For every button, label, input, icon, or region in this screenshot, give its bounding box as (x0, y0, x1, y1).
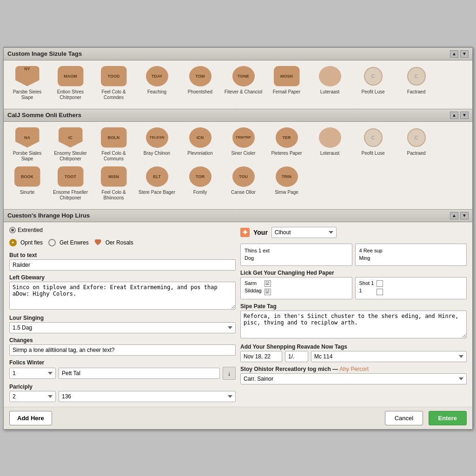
left-gbewary-textarea[interactable]: Sinco on tiplove and Exfore: Ereat Extra… (9, 282, 236, 310)
chk-col-labels-right: Shot 1 1 (359, 280, 374, 293)
mc-select[interactable]: Mc 114 (311, 351, 467, 362)
pariciply-select1[interactable]: 2 (9, 391, 56, 402)
folics-winter-row: 1 ↓ (9, 367, 236, 380)
cell2-line2: Ming (359, 254, 463, 262)
tag-label: Simw Page (275, 190, 298, 195)
enter-button[interactable]: Entere (429, 411, 467, 425)
tag-item[interactable]: TOU Canse Ollor (224, 165, 263, 201)
pariciply-row: 2 136 (9, 391, 236, 402)
shot1-val-checkbox[interactable] (377, 289, 383, 295)
tag-item[interactable]: MOSH Femail Paper (267, 65, 306, 100)
section2-expand-btn[interactable]: ▼ (460, 112, 469, 119)
silddag-label: Silddag (245, 288, 262, 293)
radio-opnt[interactable]: ✦ Opnt fies (9, 239, 43, 246)
section1-collapse-btn[interactable]: ▲ (450, 50, 458, 58)
but-to-text-input[interactable] (9, 259, 236, 271)
tag-label: Femail Paper (273, 89, 300, 95)
tag-item[interactable]: IC Ensomy Steuler Chitrponer (51, 126, 90, 162)
badge-shape: TRMTRP (232, 127, 255, 148)
your-row: ✚ Your Clhout (240, 227, 467, 238)
pariciply-select2[interactable]: 136 (59, 391, 236, 402)
small-c-shape: C (364, 128, 383, 147)
tag-item[interactable]: BOOK Sinurte (7, 165, 47, 201)
tag-item[interactable]: C Peofit Luse (353, 65, 393, 100)
tag-item[interactable]: MAOM Ention Shres Chitrponer (51, 65, 90, 100)
small-c-shape: C (407, 128, 426, 147)
add-here-button[interactable]: Add Here (9, 411, 52, 425)
tag-label: Feel Colo & Comndes (94, 89, 133, 100)
tag-item[interactable]: TRMTRP Siner Cioler (224, 126, 263, 162)
pariciply-label: Pariciply (9, 383, 236, 390)
radio-icon-opnt: ✦ (9, 239, 17, 246)
tag-item[interactable]: TDAY Feaching (137, 65, 177, 100)
shot1-label: Shot 1 (359, 280, 374, 286)
tag-label: Fitever & Chanciol (225, 89, 263, 95)
radio-extrentied[interactable]: Extrentied (9, 227, 43, 233)
section2-controls: ▲ ▼ (450, 112, 469, 119)
section2-collapse-btn[interactable]: ▲ (450, 112, 458, 119)
badge-shape: TER (276, 127, 298, 148)
section3-collapse-btn[interactable]: ▲ (450, 212, 458, 219)
tag-item[interactable]: ELT Stere Pace Bager (137, 165, 177, 201)
stoy-label-text: Stoy Ohistor Rerceatlory tog mich (240, 366, 331, 372)
right-column: ✚ Your Clhout Thins 1 ext Dog 4 Ree sup … (240, 227, 467, 402)
tag-item[interactable]: MISN Feel Colo & Bhiinoons (94, 165, 133, 201)
radio-circle-extrentied (9, 227, 16, 233)
folics-winter-input[interactable] (59, 368, 220, 379)
folics-winter-select1[interactable]: 1 (9, 368, 56, 379)
sipe-label: Sipe Pate Tag (240, 303, 467, 310)
pariciply-group: Pariciply 2 136 (9, 383, 236, 402)
section3-form: Extrentied ✦ Opnt fies Get Enwres (4, 222, 472, 407)
lick-cell-left: Sarm Silddag ☑ ☑ (240, 277, 352, 299)
tag-item[interactable]: NA Porsbe Siales Siape (7, 126, 47, 162)
tag-item[interactable]: TOR Fomlly (180, 165, 220, 201)
sort-button[interactable]: ↓ (223, 367, 236, 380)
tag-item[interactable]: NY Parsbe Sieies Siape (7, 65, 47, 100)
section3-expand-btn[interactable]: ▼ (460, 212, 469, 219)
tag-item[interactable]: TONE Fitever & Chanciol (224, 65, 263, 100)
silddag-checkbox[interactable]: ☑ (264, 289, 271, 295)
date-input[interactable] (240, 351, 282, 362)
tag-item[interactable]: TRIN Simw Page (267, 165, 306, 201)
cell-box-1: Thins 1 ext Dog (240, 244, 352, 266)
tag-item[interactable]: TELDSN Bray Chiinon (137, 126, 177, 162)
badge-shape: TDAY (146, 66, 168, 86)
sarm-checkbox[interactable]: ☑ (264, 280, 271, 287)
tag-item[interactable]: Luteraast (310, 65, 350, 100)
tag-item[interactable]: TOM Phoentshed (180, 65, 220, 100)
tag-item[interactable]: BOLN Feel Colo & Comnuns (94, 126, 133, 162)
stoy-link[interactable]: Ahy Percort (339, 366, 369, 372)
shot1-checkbox[interactable] (377, 280, 383, 287)
lick-group: Lick Get Your Changiing Hed Paper Sarm S… (240, 270, 467, 299)
num-input[interactable] (285, 351, 308, 362)
checkbox-row: Sarm Silddag ☑ ☑ (245, 280, 348, 295)
cell2-line1: 4 Ree sup (359, 247, 463, 255)
section1-tags-row: NY Parsbe Sieies Siape MAOM Ention Shres… (7, 65, 469, 100)
your-dropdown[interactable]: Clhout (271, 227, 337, 238)
tag-item[interactable]: ICN Plevnniation (180, 126, 220, 162)
lour-singing-select[interactable]: 1.5 Dag (9, 322, 236, 333)
tag-item[interactable]: C Factraed (397, 65, 436, 100)
tag-item[interactable]: TER Pieteres Paper (267, 126, 306, 162)
radio-get-enwres[interactable]: Get Enwres (48, 239, 89, 246)
tag-item[interactable]: C Pactraed (397, 126, 436, 162)
tag-item[interactable]: TOOD Feel Colo & Comndes (94, 65, 133, 100)
badge-shape: ICN (189, 127, 212, 148)
cancel-button[interactable]: Cancel (385, 411, 423, 425)
tag-item[interactable]: C Peofit Luse (353, 126, 393, 162)
folics-winter-label: Folics Winter (9, 359, 236, 366)
chk-col-boxes-right (377, 280, 383, 295)
radio-group: Extrentied (9, 227, 236, 233)
stoy-label: Stoy Ohistor Rerceatlory tog mich — Ahy … (240, 366, 467, 372)
tag-label: Parsbe Sieies Siape (7, 89, 47, 100)
section1-expand-btn[interactable]: ▼ (460, 50, 469, 58)
tag-item[interactable]: TOOT Ensome Fhseller Chitrponer (51, 165, 90, 201)
shield-shape: IC (59, 127, 83, 148)
changes-input[interactable] (9, 344, 236, 356)
lick-cell-right: Shot 1 1 (355, 277, 467, 299)
sipe-textarea[interactable]: Reforca, in then's Siinct chuster to the… (240, 311, 467, 338)
lick-label: Lick Get Your Changiing Hed Paper (240, 270, 467, 276)
tag-item[interactable]: Loteraust (310, 126, 350, 162)
radio-oer-rosals[interactable]: Oer Rosals (94, 239, 133, 246)
carr-select[interactable]: Carr. Sainor (240, 373, 467, 384)
